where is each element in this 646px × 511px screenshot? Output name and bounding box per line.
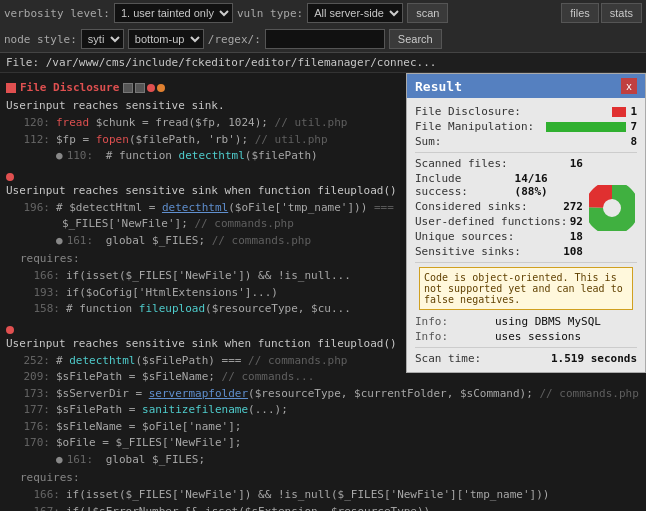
- disclosure-value: 1: [630, 105, 637, 118]
- stat-include: Include success: 14/16 (88%): [415, 171, 583, 199]
- manipulation-bar: [546, 122, 626, 132]
- scan-time-value: 1.519 seconds: [551, 352, 637, 365]
- modal-row-disclosure: File Disclosure: 1: [415, 104, 637, 119]
- toolbar: verbosity level: 1. user tainted only vu…: [0, 0, 646, 53]
- info1-label: Info:: [415, 315, 495, 328]
- verbosity-label: verbosity level:: [4, 7, 110, 20]
- stat-sensitive: Sensitive sinks: 108: [415, 244, 583, 259]
- info1-value: using DBMS MySQL: [495, 315, 601, 328]
- regex-input[interactable]: [265, 29, 385, 49]
- doc-icon2: [135, 83, 145, 93]
- requires2-label: requires:: [0, 470, 646, 485]
- result-modal: Result x File Disclosure: 1 File Manipul…: [406, 73, 646, 373]
- search-button[interactable]: Search: [389, 29, 442, 49]
- disclosure-label: File Disclosure:: [415, 105, 521, 118]
- modal-row-sum: Sum: 8: [415, 134, 637, 149]
- app-container: verbosity level: 1. user tainted only vu…: [0, 0, 646, 511]
- section-title: File Disclosure: [20, 81, 119, 94]
- modal-title: Result: [415, 79, 462, 94]
- red-dot-icon: [147, 84, 155, 92]
- vuln-type-select[interactable]: All server-side: [307, 3, 403, 23]
- stat-sources: Unique sources: 18: [415, 229, 583, 244]
- stats-button[interactable]: stats: [601, 3, 642, 23]
- orange-dot-icon: [157, 84, 165, 92]
- scan-time-row: Scan time: 1.519 seconds: [415, 351, 637, 366]
- sum-label: Sum:: [415, 135, 442, 148]
- scan-button[interactable]: scan: [407, 3, 448, 23]
- pie-chart: [587, 156, 637, 259]
- scan-time-label: Scan time:: [415, 352, 481, 365]
- modal-divider3: [415, 347, 637, 348]
- files-button[interactable]: files: [561, 3, 599, 23]
- stat-sinks: Considered sinks: 272: [415, 199, 583, 214]
- modal-row-manipulation: File Manipulation: 7: [415, 119, 637, 134]
- section-icon: [6, 83, 16, 93]
- sum-value: 8: [630, 135, 637, 148]
- vuln-type-label: vuln type:: [237, 7, 303, 20]
- regex-label: /regex/:: [208, 33, 261, 46]
- modal-close-button[interactable]: x: [621, 78, 637, 94]
- manipulation-value: 7: [630, 120, 637, 133]
- warning-box: Code is object-oriented. This is not sup…: [419, 267, 633, 310]
- code-style-select[interactable]: syti: [81, 29, 124, 49]
- requires2-code: 166:if(isset($_FILES['NewFile']) && !is_…: [0, 485, 646, 511]
- info-row-1: Info: using DBMS MySQL: [415, 314, 637, 329]
- modal-divider2: [415, 262, 637, 263]
- entry3-dot: [6, 326, 14, 334]
- warning-text: Code is object-oriented. This is not sup…: [424, 272, 623, 305]
- stats-list: Scanned files: 16 Include success: 14/16…: [415, 156, 583, 259]
- stats-area: Scanned files: 16 Include success: 14/16…: [415, 156, 637, 259]
- filepath-bar: File: /var/www/cms/include/fckeditor/edi…: [0, 53, 646, 73]
- stat-scanned: Scanned files: 16: [415, 156, 583, 171]
- code-style-label: node style:: [4, 33, 77, 46]
- section-icons: [123, 83, 165, 93]
- info2-label: Info:: [415, 330, 495, 343]
- modal-header: Result x: [407, 74, 645, 98]
- entry2-dot: [6, 173, 14, 181]
- verbosity-select[interactable]: 1. user tainted only: [114, 3, 233, 23]
- main-content: File Disclosure Userinput reaches sensit…: [0, 73, 646, 511]
- filepath-text: File: /var/www/cms/include/fckeditor/edi…: [6, 56, 436, 69]
- info2-value: uses sessions: [495, 330, 581, 343]
- direction-select[interactable]: bottom-up: [128, 29, 204, 49]
- doc-icon: [123, 83, 133, 93]
- manipulation-label: File Manipulation:: [415, 120, 534, 133]
- info-row-2: Info: uses sessions: [415, 329, 637, 344]
- modal-body: File Disclosure: 1 File Manipulation: 7: [407, 98, 645, 372]
- disclosure-bar: [612, 107, 626, 117]
- stat-functions: User-defined functions: 92: [415, 214, 583, 229]
- modal-divider1: [415, 152, 637, 153]
